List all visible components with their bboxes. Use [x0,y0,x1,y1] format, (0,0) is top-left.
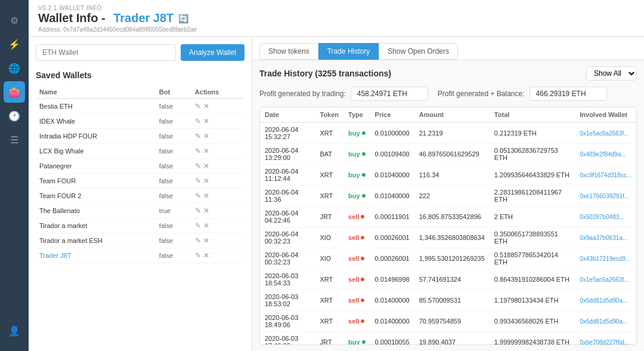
tx-wallet[interactable]: 0x50287b0483... [575,207,636,227]
analyze-button[interactable]: Analyze Wallet [181,44,244,61]
profit-row: Profit generated by trading: 458.24971 E… [259,87,637,101]
table-row[interactable]: 2020-06-04 11:36 XRT buy 0.01040000 222 … [260,186,636,207]
edit-icon[interactable]: ✎ [195,177,201,185]
wallet-bot-cell: false [156,233,191,248]
col-actions: Actions [191,86,244,98]
th-price: Price [370,107,414,122]
wallet-name-cell: Team FOUR [36,174,156,189]
tx-wallet[interactable]: 0xbe708d227f6d... [575,332,636,346]
edit-icon[interactable]: ✎ [195,162,201,170]
tx-token: JRT [315,332,343,346]
wallet-input[interactable] [36,44,176,61]
delete-icon[interactable]: ✕ [203,236,209,245]
table-row[interactable]: 2020-06-04 13:29:00 BAT buy 0.00109400 4… [260,144,636,165]
table-row[interactable]: 2020-06-03 18:49:06 XRT sell 0.01400000 … [260,311,636,332]
tx-price: 0.01040000 [370,165,414,186]
tx-token: XRT [315,290,343,311]
tx-wallet[interactable]: 0x489e2f84d9a... [575,144,636,165]
tx-total: 0.0513062836729753 ETH [490,144,575,165]
list-item[interactable]: Bestia ETHfalse✎✕ [36,98,244,114]
sidebar-icon-list[interactable]: ☰ [4,129,25,150]
sidebar-icon-lightning[interactable]: ⚡ [4,33,25,55]
wallet-name-cell: LCX Big Whale [36,144,156,159]
tx-type: sell [343,311,370,332]
refresh-icon[interactable]: 🔄 [178,14,188,23]
tx-token: JRT [315,207,343,227]
delete-icon[interactable]: ✕ [203,102,209,110]
table-row[interactable]: 2020-06-04 11:12:44 XRT buy 0.01040000 1… [260,165,636,186]
table-row[interactable]: 2020-06-03 18:54:33 XRT sell 0.01496998 … [260,269,636,290]
tx-token: XIO [315,227,343,248]
edit-icon[interactable]: ✎ [195,192,201,200]
table-row[interactable]: 2020-06-03 18:53:02 XRT sell 0.01400000 … [260,290,636,311]
tx-wallet[interactable]: 0x1e5ac6a2663f... [575,269,636,290]
tx-amount: 1,346.3526803808634 [414,227,490,248]
edit-icon[interactable]: ✎ [195,132,201,140]
sidebar-icon-user[interactable]: 👤 [4,320,25,341]
edit-icon[interactable]: ✎ [195,147,201,155]
wallet-address: Address: 0x7d7a48a2d34450ecd084a89ff0055… [38,26,634,33]
list-item[interactable]: Intradia HDP FOURfalse✎✕ [36,129,244,144]
edit-icon[interactable]: ✎ [195,207,201,215]
table-row[interactable]: 2020-06-04 04:22:46 JRT sell 0.00011901 … [260,207,636,227]
tabs-row: Show tokens Trade History Show Open Orde… [252,37,644,60]
tab-trade-history[interactable]: Trade History [318,43,379,60]
wallet-bot-cell: false [156,218,191,233]
sidebar-icon-wallet[interactable]: 👛 [4,81,25,103]
tx-date: 2020-06-04 11:12:44 [260,165,315,186]
delete-icon[interactable]: ✕ [203,221,209,230]
wallet-name-cell[interactable]: Trader J8T [36,248,156,263]
list-item[interactable]: IDEX Whalefalse✎✕ [36,114,244,129]
list-item[interactable]: Tirador a market ESHfalse✎✕ [36,233,244,248]
table-row[interactable]: 2020-06-04 00:32:23 XIO sell 0.00026001 … [260,227,636,248]
trade-table: Date Token Type Price Amount Total Invol… [260,107,636,345]
wallet-name-cell: Intradia HDP FOUR [36,129,156,144]
delete-icon[interactable]: ✕ [203,177,209,185]
sidebar-icon-history[interactable]: 🕐 [4,105,25,127]
tx-type: buy [343,144,370,165]
list-item[interactable]: Tirador a marketfalse✎✕ [36,218,244,233]
list-item[interactable]: LCX Big Whalefalse✎✕ [36,144,244,159]
sidebar-icon-settings[interactable]: ⚙ [4,10,25,31]
tx-token: XRT [315,122,343,144]
tx-wallet[interactable]: 0x43b17219ecd9... [575,248,636,269]
show-all-select[interactable]: Show All [586,66,637,81]
tx-wallet[interactable]: 0x6dd81d5d90a... [575,311,636,332]
delete-icon[interactable]: ✕ [203,207,209,215]
tx-wallet[interactable]: 0x1e5ac6a2663f... [575,122,636,144]
tx-wallet[interactable]: 0x6dd81d5d90a... [575,290,636,311]
table-row[interactable]: 2020-06-04 00:32:23 XIO sell 0.00026001 … [260,248,636,269]
list-item[interactable]: Patanegrerfalse✎✕ [36,159,244,174]
profit-trading-box: Profit generated by trading: 458.24971 E… [259,87,428,101]
delete-icon[interactable]: ✕ [203,192,209,200]
table-row[interactable]: 2020-06-04 15:32:27 XRT buy 0.01000000 2… [260,122,636,144]
tx-date: 2020-06-04 00:32:23 [260,248,315,269]
tx-wallet[interactable]: 0xe1766039291f... [575,186,636,207]
edit-icon[interactable]: ✎ [195,102,201,110]
delete-icon[interactable]: ✕ [203,132,209,140]
tx-total: 1.999999982438738 ETH [490,332,575,346]
edit-icon[interactable]: ✎ [195,251,201,260]
tab-show-tokens[interactable]: Show tokens [259,43,318,60]
trade-table-wrap[interactable]: Date Token Type Price Amount Total Invol… [259,107,637,345]
delete-icon[interactable]: ✕ [203,147,209,155]
col-bot: Bot [156,86,191,98]
delete-icon[interactable]: ✕ [203,162,209,170]
tx-wallet[interactable]: 0xc9f1674d318cc... [575,165,636,186]
delete-icon[interactable]: ✕ [203,117,209,125]
list-item[interactable]: The Ballenatotrue✎✕ [36,204,244,218]
sidebar-icon-globe[interactable]: 🌐 [4,57,25,79]
tab-open-orders[interactable]: Show Open Orders [379,43,458,60]
list-item[interactable]: Team FOUR 2false✎✕ [36,189,244,204]
delete-icon[interactable]: ✕ [203,251,209,260]
edit-icon[interactable]: ✎ [195,221,201,230]
tx-wallet[interactable]: 0x9aa37b0631a... [575,227,636,248]
list-item[interactable]: Trader J8Tfalse✎✕ [36,248,244,263]
edit-icon[interactable]: ✎ [195,117,201,125]
table-row[interactable]: 2020-06-03 17:46:23 JRT buy 0.00010055 1… [260,332,636,346]
tx-total: 1.209935646433829 ETH [490,165,575,186]
trade-history-panel: Trade History (3255 transactions) Show A… [252,60,644,351]
wallet-actions-cell: ✎✕ [191,129,244,144]
list-item[interactable]: Team FOURfalse✎✕ [36,174,244,189]
edit-icon[interactable]: ✎ [195,236,201,245]
